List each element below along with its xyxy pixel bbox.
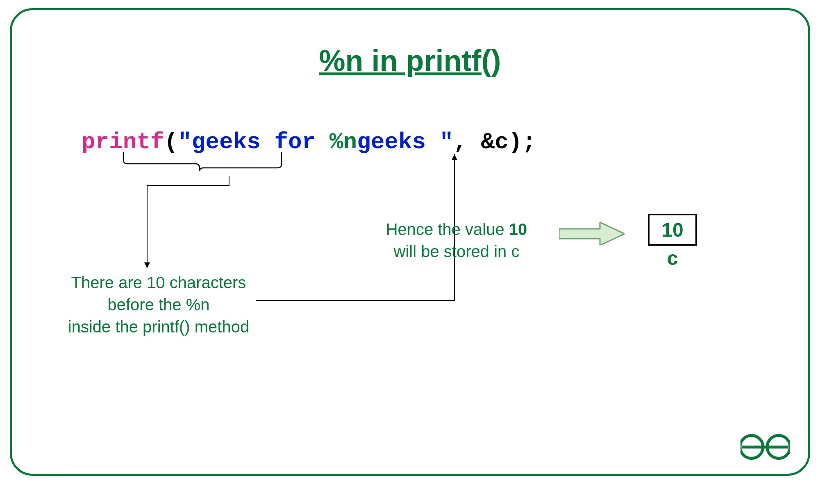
code-fmt: %n — [329, 129, 357, 155]
note-char-count: There are 10 characters before the %n in… — [56, 271, 261, 338]
result-var: c — [648, 247, 697, 269]
diagram-frame: %n in printf() printf("geeks for %ngeeks… — [10, 8, 810, 476]
diagram-title: %n in printf() — [12, 44, 808, 77]
note1-l1: There are 10 characters — [56, 271, 261, 294]
note1-l3: inside the printf() method — [56, 316, 261, 338]
result-arrow-icon — [559, 222, 625, 245]
svg-marker-2 — [559, 222, 625, 245]
brace-icon — [123, 151, 286, 176]
code-quote2: " — [440, 129, 454, 155]
result-box: 10 — [648, 214, 697, 246]
result-value: 10 — [661, 219, 683, 241]
note-stored-value: Hence the value 10 will be stored in c — [368, 218, 545, 262]
note2-val: 10 — [509, 220, 527, 238]
note1-l2: before the %n — [56, 294, 261, 316]
note2-l2: will be stored in c — [368, 240, 545, 262]
code-rest: , &c); — [453, 129, 536, 155]
svg-marker-0 — [144, 262, 150, 268]
svg-marker-1 — [452, 154, 457, 160]
geeksforgeeks-logo-icon — [740, 433, 790, 461]
note2-l1: Hence the value 10 — [368, 218, 545, 240]
code-str2: geeks — [357, 129, 440, 155]
note2-pre: Hence the value — [386, 220, 509, 238]
